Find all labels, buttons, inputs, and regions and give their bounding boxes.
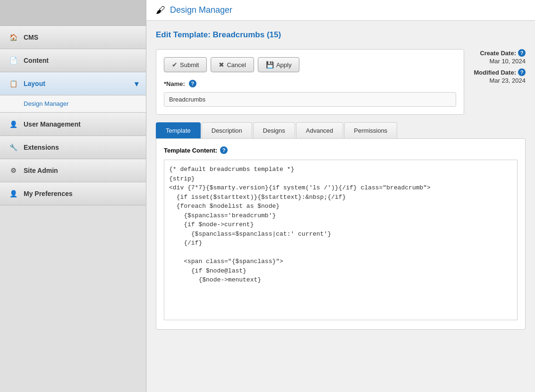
submit-icon: ✔ [172, 61, 178, 68]
sidebar-top [0, 0, 146, 26]
header-title: Design Manager [170, 5, 232, 15]
template-content-label: Template Content: [164, 147, 217, 154]
sidebar-item-label: CMS [24, 34, 38, 41]
submit-button[interactable]: ✔ Submit [164, 57, 207, 72]
sidebar-sub-layout: Design Manager [0, 95, 146, 113]
sidebar-item-label: Content [24, 57, 49, 64]
extensions-icon: 🔧 [8, 142, 19, 153]
apply-icon: 💾 [266, 61, 274, 68]
modified-date-value: Mar 23, 2024 [489, 77, 526, 84]
cms-icon: 🏠 [8, 32, 19, 43]
toolbar: ✔ Submit ✖ Cancel 💾 Apply [164, 57, 456, 72]
sidebar-item-label: Extensions [24, 144, 59, 151]
sidebar-item-extensions[interactable]: 🔧 Extensions [0, 136, 146, 159]
tab-designs[interactable]: Designs [253, 122, 295, 138]
template-content-help-icon[interactable]: ? [220, 146, 228, 154]
content-area: Edit Template: Breadcrumbs (15) ✔ Submit… [146, 21, 535, 392]
tab-advanced[interactable]: Advanced [296, 122, 343, 138]
template-code-editor[interactable] [164, 160, 518, 320]
page-title: Edit Template: Breadcrumbs (15) [156, 30, 526, 40]
create-date-help-icon[interactable]: ? [518, 49, 526, 57]
tab-description[interactable]: Description [202, 122, 252, 138]
sidebar-item-label: My Preferences [24, 190, 73, 197]
name-field-row: *Name: ? [164, 80, 456, 87]
tab-permissions[interactable]: Permissions [344, 122, 398, 138]
cancel-button[interactable]: ✖ Cancel [211, 57, 254, 72]
user-management-icon: 👤 [8, 119, 19, 130]
name-help-icon[interactable]: ? [189, 80, 196, 87]
sidebar-item-label: Layout [24, 80, 45, 87]
sidebar: 🏠 CMS 📄 Content 📋 Layout ▾ Design Manage… [0, 0, 146, 392]
brush-icon: 🖌 [156, 5, 165, 16]
sidebar-item-user-management[interactable]: 👤 User Management [0, 113, 146, 136]
sidebar-item-cms[interactable]: 🏠 CMS [0, 26, 146, 49]
cancel-label: Cancel [227, 61, 246, 68]
modified-date-row: Modified Date: ? [474, 68, 526, 76]
sidebar-item-label: User Management [24, 120, 81, 128]
name-label: *Name: [164, 80, 185, 87]
sidebar-item-design-manager[interactable]: Design Manager [0, 95, 146, 112]
cancel-icon: ✖ [219, 61, 224, 68]
create-date-value: Mar 10, 2024 [489, 58, 526, 65]
sidebar-item-my-preferences[interactable]: 👤 My Preferences [0, 182, 146, 205]
content-icon: 📄 [8, 55, 19, 66]
sidebar-item-content[interactable]: 📄 Content [0, 49, 146, 72]
layout-icon: 📋 [8, 78, 19, 89]
apply-label: Apply [276, 61, 292, 68]
create-date-label: Create Date: [480, 50, 516, 57]
tab-bar: Template Description Designs Advanced Pe… [156, 122, 526, 138]
tab-content-template: Template Content: ? [156, 138, 526, 330]
site-admin-icon: ⚙ [8, 165, 19, 176]
apply-button[interactable]: 💾 Apply [258, 57, 300, 72]
sidebar-sub-item-label: Design Manager [24, 100, 68, 107]
modified-date-help-icon[interactable]: ? [518, 68, 526, 76]
create-date-row: Create Date: ? [474, 49, 526, 57]
name-input[interactable] [164, 92, 456, 107]
modified-date-label: Modified Date: [474, 69, 516, 76]
sidebar-item-layout[interactable]: 📋 Layout ▾ [0, 72, 146, 95]
main-content: 🖌 Design Manager Edit Template: Breadcru… [146, 0, 535, 392]
chevron-down-icon: ▾ [135, 79, 138, 88]
preferences-icon: 👤 [8, 188, 19, 199]
main-header: 🖌 Design Manager [146, 0, 535, 21]
tab-template[interactable]: Template [156, 122, 201, 138]
submit-label: Submit [180, 61, 199, 68]
sidebar-item-label: Site Admin [24, 167, 58, 174]
meta-info: Create Date: ? Mar 10, 2024 Modified Dat… [474, 49, 526, 84]
template-content-header: Template Content: ? [164, 146, 518, 154]
sidebar-item-site-admin[interactable]: ⚙ Site Admin [0, 159, 146, 182]
